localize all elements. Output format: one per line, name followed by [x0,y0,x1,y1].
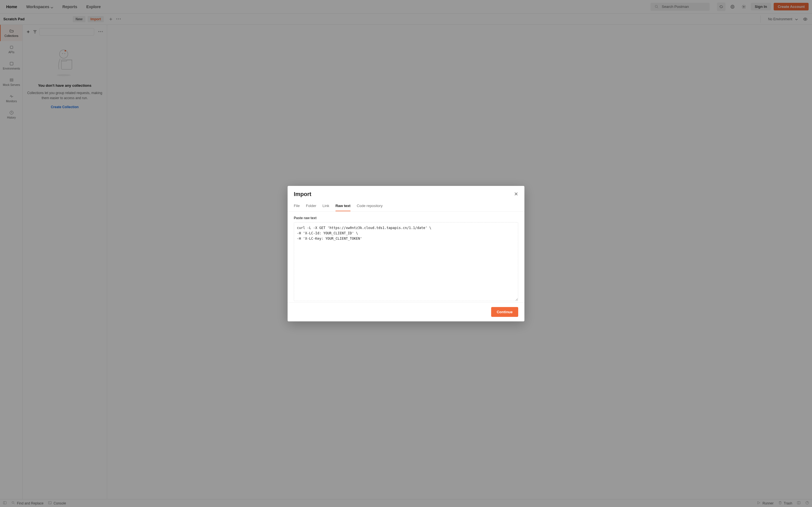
tab-folder[interactable]: Folder [306,202,316,211]
modal-title: Import [294,191,311,198]
paste-raw-label: Paste raw text [294,216,518,220]
modal-overlay[interactable]: Import ✕ File Folder Link Raw text Code … [0,0,812,507]
modal-body: Paste raw text [288,212,524,302]
close-icon[interactable]: ✕ [514,191,518,197]
continue-button[interactable]: Continue [491,307,518,317]
modal-tabs: File Folder Link Raw text Code repositor… [288,199,524,212]
modal-footer: Continue [288,302,524,321]
tab-raw-text[interactable]: Raw text [336,202,350,211]
tab-link[interactable]: Link [322,202,329,211]
raw-text-input[interactable] [294,222,518,301]
import-modal: Import ✕ File Folder Link Raw text Code … [288,186,524,321]
modal-header: Import ✕ [288,186,524,199]
tab-code-repository[interactable]: Code repository [357,202,383,211]
tab-file[interactable]: File [294,202,300,211]
